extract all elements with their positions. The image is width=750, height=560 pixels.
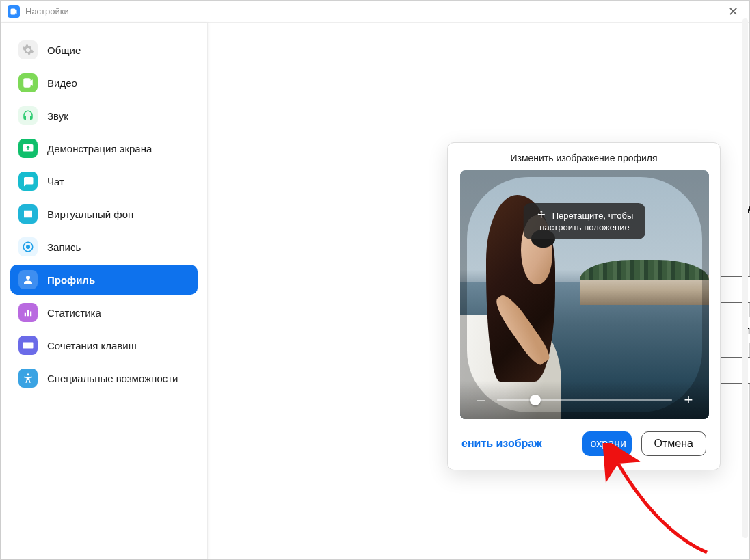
sidebar-item-audio[interactable]: Звук (10, 101, 198, 131)
settings-window: Настройки ✕ Общие Видео Звук (0, 0, 750, 560)
scrollbar[interactable] (742, 18, 748, 538)
modal-actions: енить изображ охрани Отмена (448, 419, 720, 470)
window-title: Настройки (25, 6, 69, 16)
sidebar-item-accessibility[interactable]: Специальные возможности (10, 363, 198, 393)
sidebar-item-statistics[interactable]: Статистика (10, 297, 198, 328)
zoom-out-button[interactable]: – (474, 391, 487, 409)
move-icon (536, 210, 547, 221)
sidebar-item-label: Сочетания клавиш (47, 340, 137, 351)
keyboard-icon (18, 336, 38, 355)
svg-point-1 (26, 245, 30, 249)
sidebar-item-chat[interactable]: Чат (10, 166, 198, 196)
stats-icon (18, 303, 38, 322)
sidebar-item-label: Запись (47, 241, 81, 253)
sidebar-item-profile[interactable]: Профиль (10, 265, 198, 295)
zoom-in-button[interactable]: + (682, 391, 695, 409)
tooltip-line2: настроить положение (539, 222, 629, 232)
sidebar-item-share-screen[interactable]: Демонстрация экрана (10, 133, 198, 163)
sidebar-item-video[interactable]: Видео (10, 68, 198, 98)
modal-title: Изменить изображение профиля (448, 143, 720, 170)
video-icon (18, 73, 38, 92)
sidebar-item-label: Статистика (47, 307, 101, 319)
app-icon (8, 5, 20, 18)
sidebar-item-general[interactable]: Общие (10, 35, 198, 65)
image-crop-area[interactable]: Перетащите, чтобы настроить положение – … (460, 170, 709, 419)
sidebar-item-label: Специальные возможности (47, 373, 178, 384)
content-area: икина филь льной версии е функции Измени… (208, 23, 749, 559)
accessibility-icon (18, 369, 38, 388)
profile-icon (18, 270, 38, 289)
drag-tooltip: Перетащите, чтобы настроить положение (524, 203, 645, 239)
record-icon (18, 237, 38, 256)
sidebar-item-virtual-background[interactable]: Виртуальный фон (10, 199, 198, 229)
sidebar-item-label: Звук (47, 110, 68, 122)
sidebar: Общие Видео Звук Демонстрация экрана (1, 23, 208, 559)
window-close-button[interactable]: ✕ (724, 3, 742, 21)
chat-icon (18, 172, 38, 191)
sidebar-item-shortcuts[interactable]: Сочетания клавиш (10, 330, 198, 360)
sidebar-item-label: Демонстрация экрана (47, 143, 152, 155)
svg-point-2 (27, 373, 29, 375)
zoom-slider[interactable] (497, 399, 672, 401)
sidebar-item-label: Видео (47, 77, 77, 89)
share-screen-icon (18, 139, 38, 158)
change-profile-image-modal: Изменить изображение профиля (447, 142, 721, 470)
save-button[interactable]: охрани (582, 431, 632, 456)
virtual-bg-icon (18, 204, 38, 224)
sidebar-item-label: Чат (47, 176, 64, 187)
headphones-icon (18, 106, 38, 125)
change-image-link[interactable]: енить изображ (461, 438, 542, 450)
zoom-slider-bar: – + (460, 381, 709, 419)
titlebar: Настройки ✕ (1, 1, 749, 23)
sidebar-item-label: Профиль (47, 274, 95, 286)
sidebar-item-label: Общие (47, 44, 81, 56)
cancel-button[interactable]: Отмена (641, 431, 706, 456)
gear-icon (18, 40, 38, 59)
zoom-slider-thumb[interactable] (530, 395, 541, 405)
sidebar-item-label: Виртуальный фон (47, 209, 133, 220)
tooltip-line1: Перетащите, чтобы (552, 211, 633, 221)
sidebar-item-recording[interactable]: Запись (10, 232, 198, 262)
